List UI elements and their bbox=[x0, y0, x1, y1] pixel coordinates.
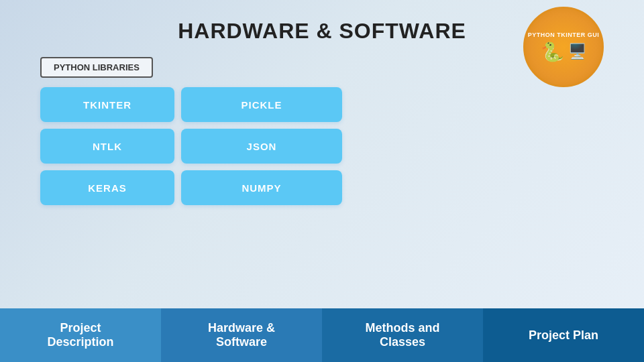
libraries-label: PYTHON LIBRARIES bbox=[40, 57, 153, 78]
python-logo-circle: PYTHON TKINTER GUI 🐍 🖥️ bbox=[523, 7, 604, 87]
python-snake-icon: 🐍 bbox=[541, 41, 564, 63]
tkinter-button[interactable]: TKINTER bbox=[40, 87, 174, 122]
title-area: HARDWARE & SOFTWARE PYTHON TKINTER GUI 🐍… bbox=[0, 0, 644, 50]
ntlk-button[interactable]: NTLK bbox=[40, 129, 174, 164]
python-icons-row: 🐍 🖥️ bbox=[541, 41, 586, 63]
monitor-icon: 🖥️ bbox=[568, 43, 586, 60]
libraries-grid: TKINTER PICKLE NTLK JSON KERAS NUMPY bbox=[40, 87, 604, 205]
nav-project-plan[interactable]: Project Plan bbox=[483, 308, 644, 362]
content-area: PYTHON LIBRARIES TKINTER PICKLE NTLK JSO… bbox=[0, 50, 644, 308]
nav-methods-classes[interactable]: Methods andClasses bbox=[322, 308, 483, 362]
pickle-button[interactable]: PICKLE bbox=[181, 87, 342, 122]
keras-button[interactable]: KERAS bbox=[40, 170, 174, 205]
json-button[interactable]: JSON bbox=[181, 129, 342, 164]
numpy-button[interactable]: NUMPY bbox=[181, 170, 342, 205]
python-logo-label: PYTHON TKINTER GUI bbox=[528, 32, 600, 38]
bottom-nav: ProjectDescription Hardware &Software Me… bbox=[0, 308, 644, 362]
nav-project-description[interactable]: ProjectDescription bbox=[0, 308, 161, 362]
nav-hardware-software[interactable]: Hardware &Software bbox=[161, 308, 322, 362]
main-container: HARDWARE & SOFTWARE PYTHON TKINTER GUI 🐍… bbox=[0, 0, 644, 362]
python-logo-inner: PYTHON TKINTER GUI 🐍 🖥️ bbox=[528, 32, 600, 63]
